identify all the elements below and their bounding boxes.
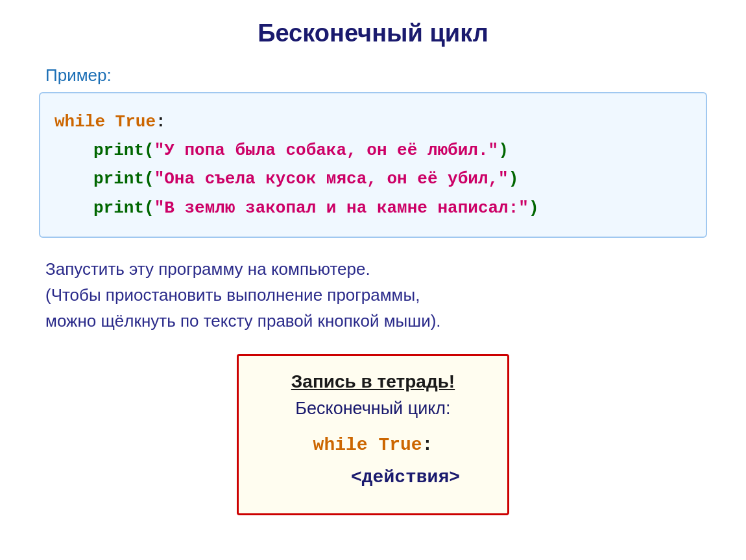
paren-open-1: ( <box>144 141 154 160</box>
string-3: "В землю закопал и на камне написал:" <box>154 198 529 218</box>
paren-close-1: ) <box>498 141 509 160</box>
keyword-print-2: print <box>93 169 144 189</box>
page-title: Бесконечный цикл <box>39 19 707 47</box>
notebook-code-line-2: <действия> <box>271 461 475 494</box>
keyword-while-true: while True <box>54 112 156 132</box>
example-label: Пример: <box>45 65 707 86</box>
paren-open-3: ( <box>144 198 154 218</box>
description-line-3: можно щёлкнуть по тексту правой кнопкой … <box>45 308 707 334</box>
code-line-1: while True: <box>54 108 686 136</box>
notebook-subtitle: Бесконечный цикл: <box>271 399 475 419</box>
nb-actions: <действия> <box>351 467 460 487</box>
code-colon-1: : <box>156 112 166 132</box>
code-line-3: print("Она съела кусок мяса, он её убил,… <box>54 165 686 193</box>
description-text: Запустить эту программу на компьютере. (… <box>45 256 707 334</box>
description-line-1: Запустить эту программу на компьютере. <box>45 256 707 282</box>
code-line-4: print("В землю закопал и на камне написа… <box>54 194 686 222</box>
code-block: while True: print("У попа была собака, о… <box>39 92 707 238</box>
nb-keyword-while-true: while True <box>313 435 422 455</box>
notebook-code-line-1: while True: <box>271 429 475 461</box>
string-1: "У попа была собака, он её любил." <box>154 141 499 160</box>
code-line-2: print("У попа была собака, он её любил."… <box>54 136 686 165</box>
notebook-box-wrapper: Запись в тетрадь! Бесконечный цикл: whil… <box>39 354 707 516</box>
paren-close-2: ) <box>509 169 519 189</box>
description-line-2: (Чтобы приостановить выполнение программ… <box>45 282 707 308</box>
nb-colon: : <box>422 435 433 455</box>
notebook-box: Запись в тетрадь! Бесконечный цикл: whil… <box>237 354 509 516</box>
paren-open-2: ( <box>144 169 154 189</box>
notebook-title: Запись в тетрадь! <box>271 371 475 392</box>
keyword-print-3: print <box>93 198 144 218</box>
notebook-code: while True: <действия> <box>271 429 475 495</box>
paren-close-3: ) <box>529 198 539 218</box>
string-2: "Она съела кусок мяса, он её убил," <box>154 169 509 189</box>
keyword-print-1: print <box>93 141 144 160</box>
